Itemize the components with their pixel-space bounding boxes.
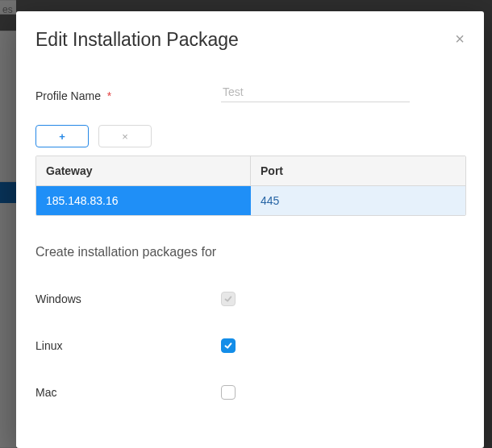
- cell-port[interactable]: 445: [251, 185, 465, 215]
- close-icon[interactable]: ×: [452, 31, 468, 47]
- profile-name-field: Profile Name *: [35, 82, 465, 102]
- checkbox-windows: [221, 292, 236, 306]
- column-header-gateway[interactable]: Gateway: [36, 156, 251, 185]
- modal-scroll-area[interactable]: Profile Name * + × Gateway Port: [16, 64, 484, 448]
- modal-content: Profile Name * + × Gateway Port: [16, 64, 484, 448]
- packages-section-title: Create installation packages for: [35, 245, 465, 259]
- cell-gateway[interactable]: 185.148.83.16: [36, 185, 251, 215]
- checkbox-mac[interactable]: [221, 385, 236, 400]
- remove-gateway-button[interactable]: ×: [98, 125, 152, 147]
- os-label-linux: Linux: [35, 339, 221, 352]
- add-gateway-button[interactable]: +: [35, 125, 89, 147]
- modal-title: Edit Installation Package: [35, 29, 239, 50]
- os-row-windows: Windows: [35, 292, 465, 306]
- scroll-spacer: [35, 400, 465, 448]
- check-icon: [223, 294, 233, 304]
- checkbox-linux[interactable]: [221, 338, 236, 353]
- remove-icon: ×: [122, 131, 128, 143]
- edit-installation-package-modal: Edit Installation Package × Profile Name…: [16, 11, 484, 448]
- gateway-table: Gateway Port 185.148.83.16 445: [35, 156, 466, 216]
- os-row-mac: Mac: [35, 385, 465, 400]
- plus-icon: +: [59, 131, 65, 143]
- profile-name-input[interactable]: [221, 82, 410, 102]
- os-row-linux: Linux: [35, 338, 465, 353]
- profile-name-label-text: Profile Name: [35, 89, 101, 102]
- required-indicator: *: [107, 89, 111, 102]
- os-label-mac: Mac: [35, 386, 221, 399]
- table-header: Gateway Port: [36, 156, 465, 185]
- modal-header: Edit Installation Package: [16, 11, 484, 54]
- table-row[interactable]: 185.148.83.16 445: [36, 185, 465, 215]
- profile-name-label: Profile Name *: [35, 89, 221, 102]
- gateway-button-row: + ×: [35, 125, 465, 147]
- os-label-windows: Windows: [35, 292, 221, 305]
- column-header-port[interactable]: Port: [251, 156, 465, 185]
- check-icon: [223, 341, 233, 351]
